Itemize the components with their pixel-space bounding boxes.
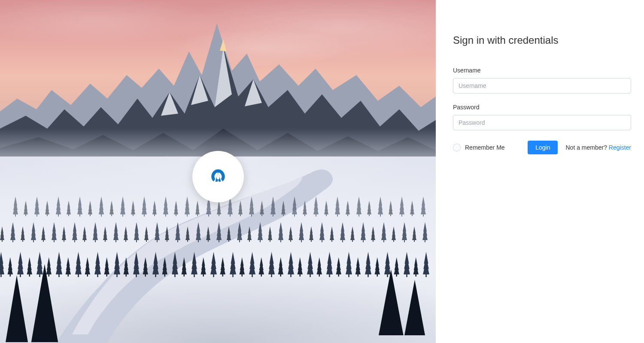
brand-logo (192, 151, 244, 202)
login-panel: Sign in with credentials Username Passwo… (436, 0, 644, 343)
brand-logo-icon (209, 168, 227, 186)
login-heading: Sign in with credentials (453, 34, 631, 46)
remember-checkbox-icon (453, 144, 461, 151)
password-group: Password (453, 104, 631, 130)
remember-label: Remember Me (465, 144, 505, 151)
password-label: Password (453, 104, 631, 111)
login-actions: Remember Me Login Not a member? Register (453, 141, 631, 154)
remember-me[interactable]: Remember Me (453, 144, 520, 151)
username-group: Username (453, 67, 631, 93)
username-label: Username (453, 67, 631, 74)
not-member-text: Not a member? (565, 144, 608, 151)
password-input[interactable] (453, 115, 631, 130)
login-button[interactable]: Login (528, 141, 558, 154)
hero-image (0, 0, 436, 343)
forest (0, 189, 436, 343)
register-link[interactable]: Register (609, 144, 631, 151)
register-prompt: Not a member? Register (565, 144, 631, 151)
username-input[interactable] (453, 78, 631, 93)
